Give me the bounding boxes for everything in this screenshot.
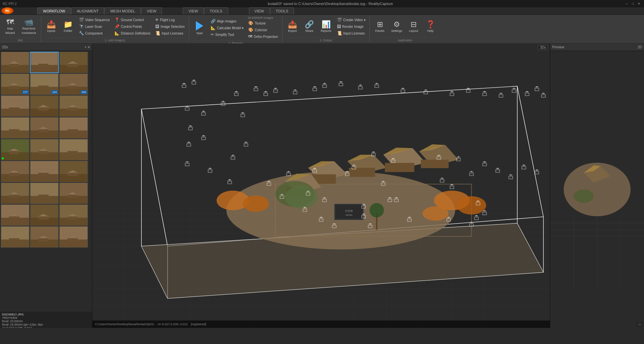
thumbnail-item[interactable] (30, 139, 59, 160)
thumbnail-item[interactable] (59, 204, 88, 226)
svg-rect-23 (68, 86, 78, 89)
btn-flight-log[interactable]: ✈ Flight Log (153, 17, 187, 23)
tab-tools1[interactable]: TOOLS (204, 7, 228, 14)
tab-mesh-model[interactable]: MESH MODEL (104, 7, 141, 14)
thumbnail-item[interactable] (1, 52, 30, 73)
btn-start[interactable]: Start (191, 16, 208, 40)
rc-logo[interactable]: RC (1, 7, 13, 14)
thumbnail-item[interactable] (30, 95, 59, 117)
thumbnail-image (59, 96, 88, 116)
btn-export[interactable]: 📤 Export (285, 19, 301, 34)
btn-calculate-model[interactable]: 📐 Calculate Model ▾ (209, 25, 246, 31)
thumbnail-item[interactable] (30, 183, 59, 204)
svg-text:■■■■■: ■■■■■ (345, 214, 352, 216)
btn-component[interactable]: 🔧 Component (77, 30, 112, 36)
thumbnail-item[interactable] (30, 204, 59, 226)
minimize-button[interactable]: ─ (625, 1, 629, 6)
render-image-icon: 🖼 (337, 24, 341, 29)
left-panel-header: 2Ds + ✕ (0, 44, 92, 51)
ground-control-label: Ground Control (121, 18, 144, 22)
btn-layout[interactable]: ⊟ Layout (405, 19, 422, 34)
thumbnail-item[interactable] (59, 117, 88, 139)
btn-map-wizard[interactable]: 🗺 Map Wizard (2, 17, 18, 36)
svg-rect-15 (9, 86, 19, 89)
btn-settings[interactable]: ⚙ Settings (389, 19, 405, 34)
btn-align-images[interactable]: 🔗 Align Images (209, 18, 246, 24)
btn-create-video[interactable]: 🎬 Create Video ▾ (335, 17, 368, 23)
svg-rect-151 (385, 163, 415, 172)
btn-folder[interactable]: 📁 Folder (60, 19, 76, 34)
thumbnail-item[interactable] (30, 52, 59, 73)
btn-input-licenses[interactable]: 📜 Input Licenses (153, 30, 187, 36)
thumbnail-item[interactable] (1, 161, 30, 182)
svg-rect-75 (9, 195, 19, 198)
thumbnail-image (59, 205, 88, 226)
btn-simplify-tool[interactable]: ✂ Simplify Tool (209, 32, 246, 38)
svg-rect-43 (38, 129, 49, 133)
laser-scan-icon: 🔭 (79, 24, 84, 29)
btn-video-sequence[interactable]: 🎬 Video Sequence (77, 17, 112, 23)
tab-tools2[interactable]: TOOLS (270, 7, 294, 14)
realtime-icon: 📹 (24, 18, 33, 26)
thumbnail-item[interactable] (59, 183, 88, 204)
component-label: Component (85, 32, 103, 35)
folder-label: Folder (64, 29, 73, 33)
thumbnail-item[interactable] (30, 226, 59, 248)
svg-rect-79 (38, 195, 49, 198)
thumbnail-item[interactable]: 240 (59, 73, 88, 95)
btn-share[interactable]: 🔗 Share (301, 19, 317, 34)
thumbnail-item[interactable] (1, 183, 30, 204)
thumbnail-item[interactable] (1, 204, 30, 226)
mini-viewport[interactable]: Preview 2D 2D (550, 44, 644, 328)
tab-view2[interactable]: VIEW (183, 7, 204, 14)
btn-panels[interactable]: ⊞ Panels (372, 19, 388, 34)
btn-help[interactable]: ❓ Help (422, 19, 438, 34)
close-button[interactable]: ✕ (637, 1, 641, 6)
btn-ground-control[interactable]: 📍 Ground Control (113, 17, 153, 23)
process-buttons-left: 🔗 Align Images 📐 Calculate Model ▾ ✂ Sim… (209, 18, 246, 38)
thumbnail-item[interactable] (59, 52, 88, 73)
thumbnail-item[interactable] (1, 139, 30, 160)
btn-output-licenses[interactable]: 📜 Input Licenses (335, 30, 368, 36)
svg-rect-27 (9, 107, 19, 111)
btn-ortho-projection[interactable]: 🗺 Ortho Projection (246, 34, 280, 40)
btn-distance-def[interactable]: 📐 Distance Definitions (113, 30, 153, 36)
thumbnail-item[interactable] (59, 139, 88, 160)
btn-inputs[interactable]: 📥 Inputs (43, 19, 59, 34)
thumbnail-item[interactable] (1, 95, 30, 117)
btn-image-selection[interactable]: 🖼 Image Selection (153, 23, 187, 30)
btn-render-image[interactable]: 🖼 Render Image (335, 23, 368, 30)
thumbnail-item[interactable] (30, 117, 59, 139)
thumbnail-item[interactable] (59, 161, 88, 182)
texture-label: Texture (255, 21, 266, 25)
thumbnail-item[interactable] (59, 226, 88, 248)
thumbnail-item[interactable] (59, 95, 88, 117)
tab-alignment[interactable]: ALIGNMENT (71, 7, 104, 14)
thumbnail-image (1, 161, 29, 182)
tab-view1[interactable]: VIEW (141, 7, 162, 14)
section-wizard: 🗺 Map Wizard 📹 Real-time Assistance Wiz (0, 16, 41, 42)
btn-texture[interactable]: 🎨 Texture (246, 20, 280, 26)
tab-workflow[interactable]: WORKFLOW (37, 7, 71, 14)
btn-laser-scan[interactable]: 🔭 Laser Scan (77, 23, 112, 30)
btn-reports[interactable]: 📊 Reports (318, 19, 334, 34)
section-process: Start 🔗 Align Images 📐 Calculate Model ▾… (189, 16, 283, 42)
simplify-tool-label: Simplify Tool (215, 33, 234, 37)
image-selection-icon: 🖼 (155, 24, 159, 29)
thumbnail-item[interactable]: 124 (30, 73, 59, 95)
thumbnail-item[interactable] (1, 117, 30, 139)
maximize-button[interactable]: □ (631, 1, 635, 6)
laser-scan-label: Laser Scan (85, 25, 102, 29)
output-licenses-icon: 📜 (337, 31, 342, 36)
thumbnail-item[interactable] (1, 226, 30, 248)
thumbnail-item[interactable] (30, 161, 59, 182)
thumbnail-grid[interactable]: 177124240 (0, 51, 92, 311)
tab-view3[interactable]: VIEW (249, 7, 270, 14)
section-application: ⊞ Panels ⚙ Settings ⊟ Layout ❓ Help Appl… (370, 16, 441, 42)
btn-control-points[interactable]: 📌 Control Points (113, 23, 153, 30)
thumbnail-item[interactable]: 177 (1, 73, 30, 95)
viewport-3d[interactable]: 3Ds (92, 44, 550, 328)
btn-colorize[interactable]: 🎨 Colorize (246, 27, 280, 33)
create-video-label: Create Video ▾ (343, 18, 366, 22)
btn-realtime[interactable]: 📹 Real-time Assistance (19, 17, 39, 36)
